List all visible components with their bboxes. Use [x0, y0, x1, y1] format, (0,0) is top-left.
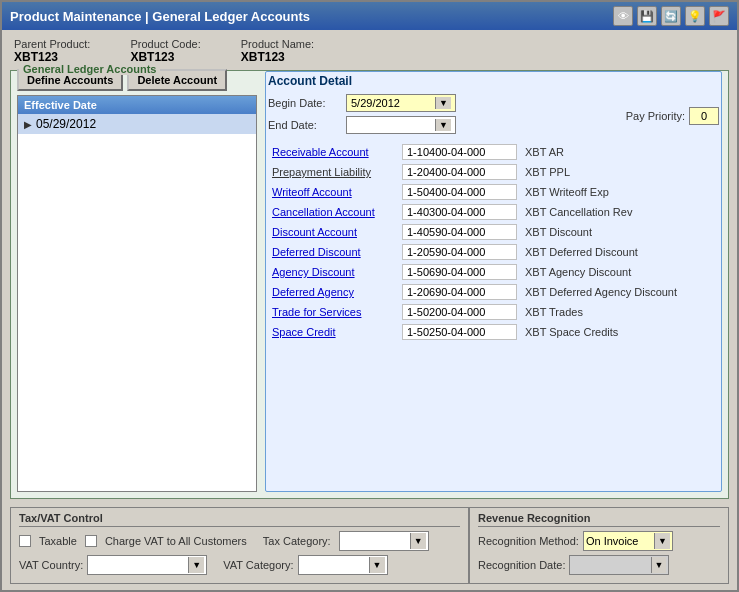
recognition-method-row: Recognition Method: On Invoice ▼ — [478, 531, 720, 551]
vat-category-label: VAT Category: — [223, 559, 293, 571]
account-name: XBT Deferred Discount — [521, 242, 719, 262]
vat-country-select[interactable]: ▼ — [87, 555, 207, 575]
begin-date-value: 5/29/2012 — [351, 97, 400, 109]
account-code: 1-50690-04-000 — [398, 262, 521, 282]
parent-product-info: Parent Product: XBT123 — [14, 38, 90, 64]
right-panel: Account Detail Begin Date: 5/29/2012 ▼ — [265, 69, 722, 492]
account-code: 1-20400-04-000 — [398, 162, 521, 182]
account-code: 1-40300-04-000 — [398, 202, 521, 222]
account-label[interactable]: Deferred Agency — [268, 282, 398, 302]
account-row: Discount Account1-40590-04-000XBT Discou… — [268, 222, 719, 242]
pay-priority-field: Pay Priority: 0 — [626, 94, 719, 138]
account-code: 1-20690-04-000 — [398, 282, 521, 302]
account-label[interactable]: Trade for Services — [268, 302, 398, 322]
taxable-checkbox[interactable] — [19, 535, 31, 547]
account-name: XBT PPL — [521, 162, 719, 182]
recognition-date-dropdown-icon[interactable]: ▼ — [651, 557, 667, 573]
flag-icon[interactable]: 🚩 — [709, 6, 729, 26]
date-priority-row: Begin Date: 5/29/2012 ▼ End Date: — [268, 94, 719, 138]
page-title: Product Maintenance | General Ledger Acc… — [10, 9, 310, 24]
account-row: Space Credit1-50250-04-000XBT Space Cred… — [268, 322, 719, 342]
account-label[interactable]: Space Credit — [268, 322, 398, 342]
charge-vat-label: Charge VAT to All Customers — [105, 535, 247, 547]
vat-country-label: VAT Country: — [19, 559, 83, 571]
effective-date-value: 05/29/2012 — [36, 117, 96, 131]
vat-country-row: VAT Country: ▼ VAT Category: ▼ — [19, 555, 460, 575]
recognition-date-row: Recognition Date: ▼ — [478, 555, 720, 575]
account-label[interactable]: Agency Discount — [268, 262, 398, 282]
account-name: XBT Trades — [521, 302, 719, 322]
left-panel: Define Accounts Delete Account Effective… — [17, 69, 257, 492]
effective-date-col-label: Effective Date — [24, 99, 97, 111]
parent-product-value: XBT123 — [14, 50, 90, 64]
begin-date-input[interactable]: 5/29/2012 ▼ — [346, 94, 456, 112]
account-label[interactable]: Receivable Account — [268, 142, 398, 162]
account-code: 1-20590-04-000 — [398, 242, 521, 262]
accounts-table: Receivable Account1-10400-04-000XBT ARPr… — [268, 142, 719, 342]
account-name: XBT AR — [521, 142, 719, 162]
recognition-date-label: Recognition Date: — [478, 559, 565, 571]
account-row: Trade for Services1-50200-04-000XBT Trad… — [268, 302, 719, 322]
product-code-info: Product Code: XBT123 — [130, 38, 200, 64]
taxable-row: Taxable Charge VAT to All Customers Tax … — [19, 531, 460, 551]
tax-vat-panel: Tax/VAT Control Taxable Charge VAT to Al… — [10, 507, 469, 584]
account-name: XBT Deferred Agency Discount — [521, 282, 719, 302]
account-code: 1-50400-04-000 — [398, 182, 521, 202]
account-name: XBT Agency Discount — [521, 262, 719, 282]
account-detail-box: Account Detail Begin Date: 5/29/2012 ▼ — [265, 71, 722, 492]
pay-priority-value[interactable]: 0 — [689, 107, 719, 125]
eye-icon[interactable]: 👁 — [613, 6, 633, 26]
charge-vat-checkbox[interactable] — [85, 535, 97, 547]
bulb-icon[interactable]: 💡 — [685, 6, 705, 26]
bottom-row: Tax/VAT Control Taxable Charge VAT to Al… — [10, 507, 729, 584]
recognition-method-label: Recognition Method: — [478, 535, 579, 547]
revenue-panel-title: Revenue Recognition — [478, 512, 720, 527]
recognition-date-select[interactable]: ▼ — [569, 555, 669, 575]
recognition-method-select[interactable]: On Invoice ▼ — [583, 531, 673, 551]
effective-date-row[interactable]: ▶ 05/29/2012 — [18, 114, 256, 134]
recognition-method-dropdown-icon[interactable]: ▼ — [654, 533, 670, 549]
revenue-recognition-panel: Revenue Recognition Recognition Method: … — [469, 507, 729, 584]
title-bar: Product Maintenance | General Ledger Acc… — [2, 2, 737, 30]
account-code: 1-50200-04-000 — [398, 302, 521, 322]
account-row: Writeoff Account1-50400-04-000XBT Writeo… — [268, 182, 719, 202]
account-row: Deferred Discount1-20590-04-000XBT Defer… — [268, 242, 719, 262]
product-name-label: Product Name: — [241, 38, 314, 50]
gl-section-title: General Ledger Accounts — [19, 63, 160, 75]
account-row: Cancellation Account1-40300-04-000XBT Ca… — [268, 202, 719, 222]
account-label[interactable]: Cancellation Account — [268, 202, 398, 222]
recognition-method-value: On Invoice — [586, 535, 639, 547]
pay-priority-label: Pay Priority: — [626, 110, 685, 122]
account-row: Deferred Agency1-20690-04-000XBT Deferre… — [268, 282, 719, 302]
end-date-input[interactable]: ▼ — [346, 116, 456, 134]
account-name: XBT Writeoff Exp — [521, 182, 719, 202]
product-info-row: Parent Product: XBT123 Product Code: XBT… — [10, 36, 729, 66]
account-row: Agency Discount1-50690-04-000XBT Agency … — [268, 262, 719, 282]
refresh-icon[interactable]: 🔄 — [661, 6, 681, 26]
account-label[interactable]: Writeoff Account — [268, 182, 398, 202]
begin-date-dropdown-icon[interactable]: ▼ — [435, 97, 451, 109]
date-fields: Begin Date: 5/29/2012 ▼ End Date: — [268, 94, 456, 138]
product-name-value: XBT123 — [241, 50, 314, 64]
account-name: XBT Discount — [521, 222, 719, 242]
account-label[interactable]: Deferred Discount — [268, 242, 398, 262]
begin-date-label: Begin Date: — [268, 97, 338, 109]
main-window: Product Maintenance | General Ledger Acc… — [0, 0, 739, 592]
account-code: 1-10400-04-000 — [398, 142, 521, 162]
vat-country-dropdown-icon[interactable]: ▼ — [188, 557, 204, 573]
gl-accounts-section: General Ledger Accounts Define Accounts … — [10, 70, 729, 499]
account-row: Receivable Account1-10400-04-000XBT AR — [268, 142, 719, 162]
vat-category-select[interactable]: ▼ — [298, 555, 388, 575]
parent-product-label: Parent Product: — [14, 38, 90, 50]
tax-category-select[interactable]: ▼ — [339, 531, 429, 551]
save-icon[interactable]: 💾 — [637, 6, 657, 26]
account-detail-title: Account Detail — [268, 74, 719, 88]
tax-category-label: Tax Category: — [263, 535, 331, 547]
account-row: Prepayment Liability1-20400-04-000XBT PP… — [268, 162, 719, 182]
vat-category-dropdown-icon[interactable]: ▼ — [369, 557, 385, 573]
end-date-dropdown-icon[interactable]: ▼ — [435, 119, 451, 131]
account-label: Prepayment Liability — [268, 162, 398, 182]
account-label[interactable]: Discount Account — [268, 222, 398, 242]
gl-inner: Define Accounts Delete Account Effective… — [17, 69, 722, 492]
tax-category-dropdown-icon[interactable]: ▼ — [410, 533, 426, 549]
